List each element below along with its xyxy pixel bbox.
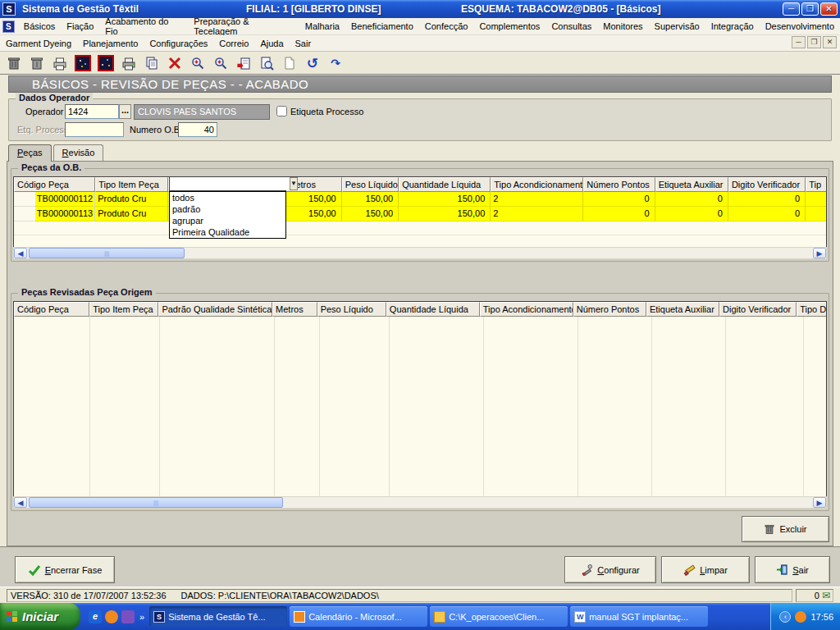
child-close-icon[interactable]: ✕ (823, 36, 837, 48)
restore-icon[interactable]: ❐ (801, 2, 819, 16)
quality-filter-combobox[interactable]: ▼ (169, 176, 286, 191)
print-icon[interactable] (49, 53, 71, 73)
menu-garment-dyeing[interactable]: Garment Dyeing (0, 37, 77, 50)
operador-input[interactable] (65, 104, 119, 119)
menu-desenvolvimento[interactable]: Desenvolvimento (760, 20, 840, 33)
scroll-left-icon[interactable]: ◀ (14, 248, 27, 258)
column-header[interactable]: Etiqueta Auxiliar (646, 302, 719, 317)
chevron-down-icon[interactable]: ▼ (290, 177, 298, 190)
menu-ajuda[interactable]: Ajuda (254, 37, 289, 50)
column-header[interactable]: Digito Verificador (728, 177, 806, 192)
zoom-in-2-icon[interactable] (210, 53, 231, 73)
menu-acabamento-do-fio[interactable]: Acabamento do Fio (99, 15, 188, 38)
taskbar-task-sistema[interactable]: S Sistema de Gestão Tê... (149, 606, 287, 627)
pecas-revisadas-hscrollbar[interactable]: ◀ ▶ (13, 496, 827, 509)
scroll-left-icon[interactable]: ◀ (14, 497, 27, 508)
numero-ob-input[interactable] (178, 122, 217, 137)
tab-revisao[interactable]: Revisão (53, 144, 104, 161)
close-icon[interactable]: ✕ (820, 2, 838, 16)
taskbar-task-calendario[interactable]: Calendário - Microsof... (290, 606, 427, 627)
operador-browse-button[interactable]: ... (119, 104, 131, 119)
scroll-right-icon[interactable]: ▶ (813, 497, 826, 508)
column-header[interactable]: Tipo Item Peça (89, 302, 158, 317)
quick-launch-purple-icon[interactable] (121, 610, 135, 623)
paste-icon[interactable] (233, 53, 254, 73)
column-header[interactable]: Quantidade Líquida (386, 302, 480, 317)
menu-monitores[interactable]: Monitores (597, 20, 648, 33)
table-row[interactable]: TB000000113 Produto Cru 150,00 150,00 15… (14, 207, 826, 221)
column-header[interactable]: Quantidade Líquida (399, 177, 491, 192)
start-button[interactable]: Iniciar (0, 603, 80, 630)
tray-orange-icon[interactable] (795, 611, 806, 623)
quick-launch-orange-icon[interactable] (105, 610, 118, 623)
new-document-icon[interactable] (279, 53, 300, 73)
column-header[interactable]: Número Pontos (573, 302, 646, 317)
column-header[interactable]: Digito Verificador (719, 302, 797, 317)
undo-icon[interactable]: ↺ (302, 53, 323, 73)
redo-icon[interactable]: ↷ (325, 53, 346, 73)
limpar-button[interactable]: Limpar (661, 556, 750, 583)
quick-launch-overflow-icon[interactable]: » (139, 612, 144, 622)
menu-fiacao[interactable]: Fiação (61, 20, 99, 33)
sair-button[interactable]: Sair (755, 556, 830, 583)
configurar-button[interactable]: Configurar (564, 556, 656, 583)
quality-filter-input[interactable] (170, 177, 290, 190)
label-dark-2-icon[interactable] (95, 53, 116, 73)
column-header[interactable]: Padrão Qualidade Sintética (158, 302, 272, 317)
menu-supervisao[interactable]: Supervisão (649, 20, 705, 33)
recycle-icon[interactable] (26, 53, 48, 73)
cancel-icon[interactable] (164, 53, 185, 73)
print-2-icon[interactable] (118, 53, 139, 73)
excluir-button[interactable]: Excluir (742, 516, 829, 542)
delete-icon[interactable] (3, 53, 25, 73)
column-header[interactable]: Etiqueta Auxiliar (655, 177, 728, 192)
column-header[interactable]: Peso Líquido (317, 302, 386, 317)
column-header[interactable]: Peso Líquido (342, 177, 399, 192)
menu-consultas[interactable]: Consultas (546, 20, 597, 33)
column-header[interactable]: Tipo Acondicionamento (491, 177, 583, 192)
column-header[interactable]: Código Peça (14, 302, 89, 317)
dropdown-option[interactable]: Primeira Qualidade (170, 226, 285, 238)
tab-pecas[interactable]: Peças (8, 144, 52, 162)
dropdown-option[interactable]: agrupar (170, 215, 285, 226)
column-header[interactable]: Tipo Defei (797, 302, 826, 317)
scroll-thumb[interactable] (29, 248, 185, 258)
tray-collapse-icon[interactable]: ‹ (779, 611, 791, 623)
column-header[interactable]: Metros (272, 302, 317, 317)
child-minimize-icon[interactable]: ─ (792, 36, 806, 48)
menu-complementos[interactable]: Complementos (473, 20, 546, 33)
menu-sair[interactable]: Sair (290, 37, 317, 50)
menu-preparacao-tecelagem[interactable]: Preparação & Tecelagem (188, 15, 299, 38)
menu-basicos[interactable]: Básicos (18, 20, 62, 33)
pecas-ob-hscrollbar[interactable]: ◀ ▶ (13, 247, 827, 259)
internet-explorer-icon[interactable]: e (89, 610, 102, 623)
label-dark-icon[interactable] (72, 53, 94, 73)
etq-processo-input[interactable] (65, 122, 124, 137)
column-header[interactable]: Número Pontos (583, 177, 655, 192)
preview-icon[interactable] (256, 53, 277, 73)
table-row[interactable]: TB000000112 Produto Cru 150,00 150,00 15… (14, 192, 826, 207)
column-header[interactable]: Código Peça (14, 177, 95, 192)
dropdown-option[interactable]: todos (170, 192, 285, 203)
menu-configuracoes[interactable]: Configurações (144, 37, 213, 50)
etiqueta-processo-checkbox[interactable] (276, 106, 287, 116)
menu-beneficiamento[interactable]: Beneficiamento (345, 20, 419, 33)
scroll-right-icon[interactable]: ▶ (813, 248, 826, 258)
taskbar-task-manual[interactable]: W manual SGT implantaç... (570, 606, 708, 627)
menu-integracao[interactable]: Integração (705, 20, 760, 33)
column-header[interactable]: Tipo Acondicionamento (480, 302, 573, 317)
scroll-thumb[interactable] (29, 497, 283, 508)
encerrar-fase-button[interactable]: Encerrar Fase (15, 556, 115, 583)
copy-icon[interactable] (141, 53, 162, 73)
menu-planejamento[interactable]: Planejamento (77, 37, 144, 50)
taskbar-task-explorer[interactable]: C:\K_operacoes\Clien... (430, 606, 568, 627)
menu-confeccao[interactable]: Confecção (419, 20, 474, 33)
menu-malharia[interactable]: Malharia (299, 20, 345, 33)
mail-icon[interactable]: ✉ (822, 591, 830, 600)
child-restore-icon[interactable]: ❐ (807, 36, 821, 48)
zoom-in-icon[interactable] (187, 53, 208, 73)
column-header[interactable]: Tip (806, 177, 826, 192)
dropdown-option[interactable]: padrão (170, 203, 285, 215)
column-header[interactable]: Tipo Item Peça (95, 177, 168, 192)
menu-correio[interactable]: Correio (213, 37, 254, 50)
